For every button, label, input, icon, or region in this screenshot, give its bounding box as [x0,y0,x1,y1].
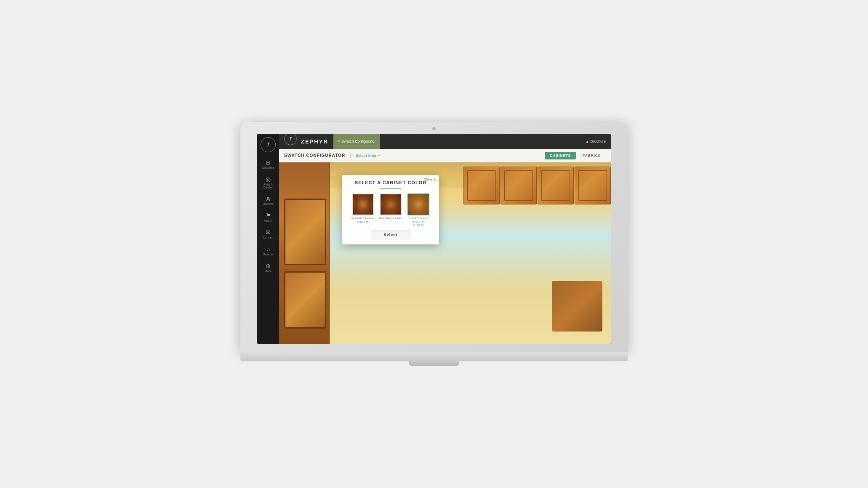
screen-bezel: T ⊟ Coaches ◎ Find A Dealer A Owners ⚑ A… [240,122,628,352]
cabinet-4 [575,167,611,204]
upper-cabinets [463,167,611,204]
swatch-inner-border-3 [412,198,425,211]
swatch-label-3: GLAZED HONEYNATURAL CHERRY [406,217,431,227]
interior-area: Close X SELECT A CABINET COLOR GLAZED CA… [279,162,611,344]
cabinet-color-modal: Close X SELECT A CABINET COLOR GLAZED CA… [342,175,439,244]
swatch-glazed-cherry[interactable]: GLAZED CHERRY [378,194,403,227]
tab-group: CABINETS FABRICS [545,152,606,159]
swatch-inner-border-2 [384,198,397,211]
tab-cabinets[interactable]: CABINETS [545,152,576,159]
sidebar-item-search[interactable]: ⌕ Search [257,244,279,257]
sidebar-logo: T [261,137,276,152]
counter-island [552,281,602,332]
swatch-image-3 [407,194,429,215]
more-label: More [264,270,272,273]
owners-label: Owners [263,202,274,205]
cabinet-1 [463,167,500,204]
select-area-button[interactable]: Select Area ▼ [356,154,381,158]
sidebar-item-find-dealer[interactable]: ◎ Find A Dealer [257,174,279,191]
sidebar-item-about[interactable]: ⚑ About [257,210,279,224]
tab-fabrics[interactable]: FABRICS [578,152,606,159]
configurator-title: SWATCH CONFIGURATOR [284,153,351,158]
swatch-label-2: GLAZED CHERRY [379,217,402,220]
swatch-glazed-honey-natural-cherry[interactable]: GLAZED HONEYNATURAL CHERRY [406,194,431,227]
sidebar-item-coaches[interactable]: ⊟ Coaches [257,157,279,171]
swatch-image-2 [380,194,402,215]
tab-label: Swatch Configurator [341,139,376,143]
cabinet-3 [538,167,574,204]
swatch-inner-border-1 [356,198,370,211]
tab-icon: ≡ [338,139,340,143]
brochure-label: Brochure [590,139,606,143]
more-icon: ⊕ [266,263,271,269]
modal-close-button[interactable]: Close X [424,178,436,181]
sidebar: T ⊟ Coaches ◎ Find A Dealer A Owners ⚑ A… [257,134,279,344]
contact-label: Contact [263,236,274,239]
modal-title-underline [380,188,401,189]
swatch-configurator-tab[interactable]: ≡ Swatch Configurator [333,134,380,149]
swatch-label-1: GLAZED CANYONCHERRY [351,217,374,224]
modal-title: SELECT A CABINET COLOR [347,180,434,185]
top-logo: T [284,134,297,145]
laptop-base [240,352,628,361]
swatch-glazed-canyon-cherry[interactable]: GLAZED CANYONCHERRY [351,194,375,227]
interior-background: Close X SELECT A CABINET COLOR GLAZED CA… [279,162,611,344]
contact-icon: ✉ [266,229,271,236]
main-content: T ZEPHYR ≡ Swatch Configurator ▲ Brochur… [279,134,611,344]
sidebar-item-more[interactable]: ⊕ More [257,261,279,274]
owners-icon: A [266,196,270,202]
top-nav: T ZEPHYR ≡ Swatch Configurator ▲ Brochur… [279,134,611,149]
swatch-image-1 [352,194,374,215]
brochure-link[interactable]: ▲ Brochure [586,139,606,143]
screen: T ⊟ Coaches ◎ Find A Dealer A Owners ⚑ A… [257,134,611,344]
sidebar-item-owners[interactable]: A Owners [257,194,279,207]
select-button-area: Select [347,230,434,239]
door-panel [279,162,330,344]
search-label: Search [263,253,273,256]
about-icon: ⚑ [266,212,271,219]
coaches-label: Coaches [262,166,274,169]
find-dealer-icon: ◎ [266,176,271,183]
swatches-container: GLAZED CANYONCHERRY GLAZED CHERRY [347,194,434,227]
select-area-label: Select Area [356,154,376,158]
find-dealer-label: Find A Dealer [259,183,277,189]
brochure-icon: ▲ [586,139,589,143]
configurator-toolbar: SWATCH CONFIGURATOR Select Area ▼ CABINE… [279,149,611,162]
select-area-chevron: ▼ [378,154,381,157]
sidebar-item-contact[interactable]: ✉ Contact [257,227,279,241]
laptop-container: T ⊟ Coaches ◎ Find A Dealer A Owners ⚑ A… [240,122,628,366]
brand-name: ZEPHYR [301,138,328,145]
about-label: About [264,219,272,222]
cabinet-2 [501,167,537,204]
laptop-stand [409,361,459,366]
select-button[interactable]: Select [371,230,411,239]
coaches-icon: ⊟ [266,159,271,166]
search-icon: ⌕ [266,246,270,252]
